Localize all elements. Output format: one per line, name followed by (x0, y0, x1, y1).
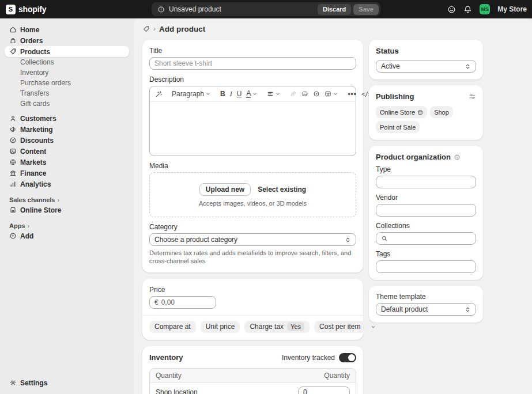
product-details-card: Title Description Paragraph (142, 40, 363, 272)
content-icon (9, 147, 17, 155)
price-field[interactable]: € (149, 296, 216, 309)
sidebar-item-gift-cards[interactable]: Gift cards (5, 99, 129, 109)
sidebar-item-add-app[interactable]: Add (5, 230, 129, 241)
select-updown-icon (465, 63, 471, 70)
bell-icon[interactable] (463, 5, 472, 14)
editor-toolbar: Paragraph B I U A (150, 86, 356, 102)
magic-wand-icon[interactable] (155, 90, 163, 98)
chevron-right-icon: › (28, 222, 30, 229)
chevron-right-icon: › (153, 25, 156, 33)
underline-button[interactable]: U (237, 90, 242, 98)
table-icon (325, 90, 331, 97)
inventory-heading: Inventory (149, 353, 183, 362)
customers-icon (9, 115, 17, 122)
sidebar-item-analytics[interactable]: Analytics (5, 179, 129, 190)
divider (142, 315, 363, 316)
alignment-dropdown[interactable] (267, 90, 281, 97)
store-name[interactable]: My Store (497, 5, 527, 13)
title-label: Title (149, 47, 356, 55)
alert-circle-icon (157, 6, 165, 13)
media-hint-text: Accepts images, videos, or 3D models (199, 200, 307, 207)
select-existing-button[interactable]: Select existing (258, 185, 306, 194)
title-input[interactable] (149, 57, 356, 70)
gear-icon (9, 379, 17, 387)
tags-input[interactable] (376, 260, 476, 273)
sidebar-item-discounts[interactable]: Discounts (5, 135, 129, 146)
compare-at-button[interactable]: Compare at (149, 321, 196, 333)
theme-template-value: Default product (381, 305, 428, 313)
products-tag-icon[interactable] (142, 25, 150, 33)
table-dropdown[interactable] (325, 90, 338, 97)
sidebar-item-settings[interactable]: Settings (5, 377, 129, 388)
status-select[interactable]: Active (376, 60, 476, 73)
sidebar-item-label: Finance (20, 169, 46, 177)
chevron-down-icon[interactable] (370, 324, 376, 330)
text-color-label: A (246, 90, 251, 98)
marketing-icon (9, 126, 17, 133)
vendor-input[interactable] (376, 204, 476, 217)
image-icon[interactable] (301, 90, 308, 97)
text-color-dropdown[interactable]: A (246, 90, 258, 98)
channel-shop[interactable]: Shop (430, 106, 453, 118)
unit-price-button[interactable]: Unit price (201, 321, 240, 333)
store-avatar[interactable]: MS (480, 4, 490, 14)
collections-input[interactable] (376, 232, 476, 245)
save-button[interactable]: Save (353, 4, 379, 15)
more-options-button[interactable]: ••• (348, 90, 357, 98)
channel-online-store[interactable]: Online Store (376, 106, 427, 118)
play-circle-icon[interactable] (313, 90, 320, 97)
price-options-row: Compare at Unit price Charge tax Yes Cos… (149, 321, 356, 333)
inventory-tracked-toggle[interactable] (339, 353, 356, 362)
description-textarea[interactable] (150, 102, 356, 156)
sidebar-item-orders[interactable]: Orders (5, 35, 129, 46)
bold-button[interactable]: B (220, 90, 225, 98)
sidebar-item-marketing[interactable]: Marketing (5, 124, 129, 135)
chevron-down-icon (205, 91, 211, 97)
sidebar-item-collections[interactable]: Collections (5, 57, 129, 67)
link-icon[interactable] (290, 90, 297, 97)
quantity-input[interactable] (298, 387, 350, 394)
theme-template-label: Theme template (376, 293, 476, 301)
product-organization-card: Product organization Type Vendor Collect… (369, 146, 483, 280)
sliders-icon[interactable] (469, 93, 476, 100)
sales-channels-header[interactable]: Sales channels › (5, 195, 129, 204)
media-dropzone[interactable]: Upload new Select existing Accepts image… (149, 172, 356, 217)
chevron-down-icon (275, 91, 281, 97)
discard-button[interactable]: Discard (318, 4, 351, 15)
paragraph-style-dropdown[interactable]: Paragraph (172, 90, 211, 98)
sidebar-item-customers[interactable]: Customers (5, 113, 129, 124)
tags-label: Tags (376, 250, 476, 258)
chevron-right-icon: › (58, 196, 60, 203)
analytics-icon (9, 180, 17, 188)
theme-template-select[interactable]: Default product (376, 303, 476, 316)
apps-header[interactable]: Apps › (5, 221, 129, 230)
upload-new-button[interactable]: Upload new (199, 183, 251, 196)
cost-per-item-button[interactable]: Cost per item (314, 321, 365, 333)
sidebar-item-label: Analytics (20, 180, 51, 188)
sidebar-item-online-store[interactable]: Online Store (5, 204, 129, 215)
markets-icon (9, 158, 17, 166)
sidebar-item-finance[interactable]: Finance (5, 168, 129, 179)
sidebar-item-label: Settings (20, 379, 47, 387)
sidebar-item-transfers[interactable]: Transfers (5, 88, 129, 99)
sidebar-item-content[interactable]: Content (5, 146, 129, 157)
inbox-icon[interactable] (447, 5, 456, 14)
sidebar-item-inventory[interactable]: Inventory (5, 67, 129, 78)
italic-button[interactable]: I (230, 90, 232, 99)
info-icon[interactable] (454, 154, 461, 161)
charge-tax-button[interactable]: Charge tax Yes (244, 321, 310, 333)
publishing-channels: Online Store Shop Point of Sale (376, 106, 476, 133)
topbar-right: MS My Store (447, 0, 527, 18)
currency-symbol: € (154, 298, 159, 306)
sidebar: Home Orders Products Collections Invento… (0, 18, 134, 394)
sidebar-item-markets[interactable]: Markets (5, 157, 129, 168)
channel-point-of-sale[interactable]: Point of Sale (376, 121, 420, 133)
select-updown-icon (345, 237, 351, 243)
sidebar-item-home[interactable]: Home (5, 24, 129, 35)
sidebar-item-purchase-orders[interactable]: Purchase orders (5, 78, 129, 88)
inventory-table: Quantity Quantity Shop location (149, 368, 356, 394)
price-input[interactable] (161, 298, 202, 306)
category-select[interactable]: Choose a product category (149, 233, 356, 246)
type-input[interactable] (376, 176, 476, 188)
sidebar-item-products[interactable]: Products (5, 46, 129, 57)
